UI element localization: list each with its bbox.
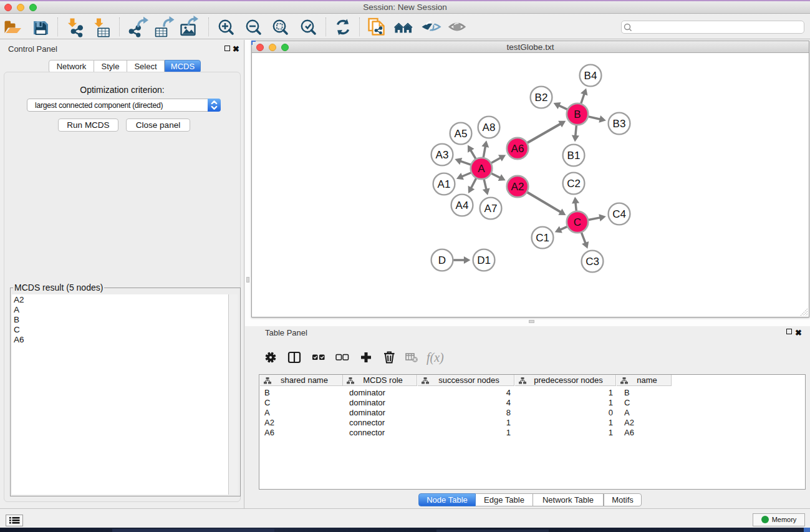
svg-text:C2: C2 xyxy=(567,178,581,190)
svg-text:D: D xyxy=(438,254,446,266)
svg-text:D1: D1 xyxy=(477,254,491,266)
svg-text:A: A xyxy=(478,163,485,175)
svg-text:A6: A6 xyxy=(511,143,524,155)
svg-text:C: C xyxy=(574,216,581,228)
svg-text:A3: A3 xyxy=(436,149,449,161)
svg-text:B4: B4 xyxy=(584,70,597,82)
svg-text:C4: C4 xyxy=(612,208,626,220)
svg-text:A8: A8 xyxy=(483,122,496,133)
svg-text:A1: A1 xyxy=(438,178,451,190)
svg-text:C1: C1 xyxy=(536,232,549,244)
svg-text:A5: A5 xyxy=(455,128,468,140)
svg-text:A2: A2 xyxy=(511,181,524,193)
svg-text:A7: A7 xyxy=(485,203,498,215)
svg-text:A4: A4 xyxy=(456,200,469,211)
svg-text:B3: B3 xyxy=(613,118,626,130)
svg-text:B1: B1 xyxy=(567,150,581,162)
svg-text:B: B xyxy=(574,109,581,120)
svg-text:C3: C3 xyxy=(586,256,599,268)
svg-text:B2: B2 xyxy=(535,92,548,104)
